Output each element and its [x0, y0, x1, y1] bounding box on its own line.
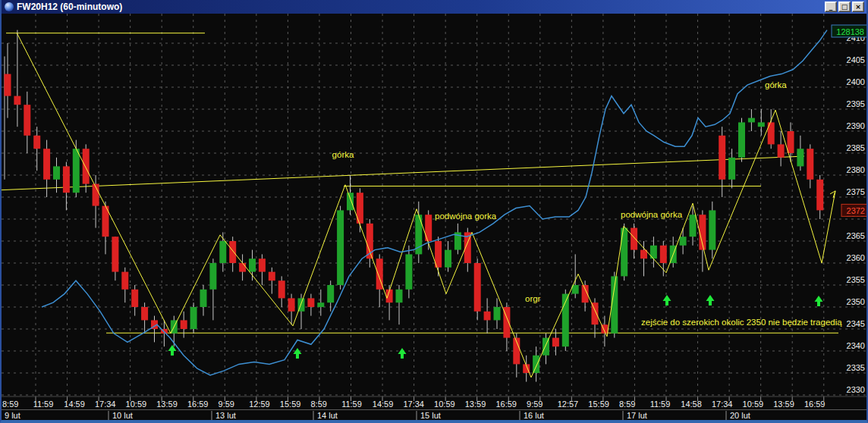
x-axis-time-label: 16:59	[495, 400, 517, 409]
candle-down	[269, 272, 275, 281]
candle-down	[278, 280, 285, 298]
y-axis-label: 2335	[847, 363, 865, 372]
y-axis-label: 2400	[847, 77, 865, 86]
price-chart[interactable]: górkapodwójna gorkapodwójna górkaorgrzej…	[2, 14, 866, 421]
x-axis-time-label: 17:34	[403, 400, 424, 409]
x-axis-time-label: 14:58	[681, 400, 702, 409]
candle-down	[719, 136, 725, 180]
window-titlebar[interactable]: FW20H12 (60-minutowo) _ □ ×	[2, 0, 866, 14]
x-axis-time-label: 9:59	[219, 400, 234, 409]
candle-up	[709, 210, 715, 249]
candle-down	[63, 166, 70, 193]
x-axis-date-label: 9 lut	[5, 411, 20, 420]
candle-down	[288, 298, 295, 311]
candle-up	[200, 290, 207, 307]
x-axis-time-label: 11:59	[33, 400, 54, 409]
window-title: FW20H12 (60-minutowo)	[17, 2, 825, 12]
candle-down	[484, 312, 491, 321]
candle-down	[121, 272, 128, 290]
x-axis-time-label: 13:59	[773, 400, 794, 409]
last-price-marker: 2372	[841, 204, 866, 216]
candle-up	[317, 302, 324, 307]
candle-up	[797, 149, 804, 166]
annotation-text: zejście do szerokich okolic 2350 nie będ…	[641, 318, 842, 327]
candle-down	[807, 149, 813, 180]
x-axis-time-label: 14:59	[64, 400, 85, 409]
candle-down	[592, 302, 599, 324]
candle-up	[396, 290, 403, 302]
x-axis-time-label: 17:34	[95, 400, 116, 409]
candle-down	[141, 307, 148, 320]
x-axis-time-label: 13:59	[156, 400, 178, 409]
top-value-marker: 128138	[832, 25, 866, 37]
annotation-text: górka	[765, 80, 787, 89]
candle-down	[660, 246, 667, 263]
y-axis-label: 2340	[847, 341, 865, 350]
maximize-button[interactable]: □	[838, 2, 851, 12]
y-axis-label: 2385	[847, 143, 865, 152]
candle-up	[337, 210, 344, 285]
candle-up	[53, 166, 60, 179]
x-axis-time-label: 11:59	[341, 400, 362, 409]
y-axis-label: 2405	[847, 55, 865, 64]
candle-down	[83, 149, 90, 183]
x-axis-date-label: 20 lut	[730, 411, 750, 420]
candle-up	[748, 118, 755, 123]
last-price-text: 2372	[847, 206, 865, 215]
candle-up	[327, 285, 334, 302]
x-axis-time-label: 8:59	[2, 400, 18, 409]
close-button[interactable]: ×	[852, 2, 864, 12]
candle-up	[690, 215, 697, 237]
candle-up	[405, 254, 412, 289]
candle-down	[24, 105, 30, 136]
chart-area: górkapodwójna gorkapodwójna górkaorgrzej…	[2, 14, 866, 421]
candle-down	[816, 180, 823, 211]
x-axis-time-label: 10:59	[434, 400, 455, 409]
x-axis-date-label: 13 lut	[215, 411, 236, 420]
minimize-button[interactable]: _	[825, 2, 837, 12]
x-axis-date-label: 10 lut	[112, 411, 133, 420]
x-axis-date-label: 16 lut	[524, 411, 544, 420]
candle-down	[474, 263, 481, 312]
candle-up	[758, 122, 765, 127]
candle-up	[621, 228, 627, 277]
candle-down	[552, 338, 559, 347]
candle-down	[14, 96, 20, 105]
candle-down	[181, 320, 187, 329]
candle-down	[131, 290, 138, 307]
y-axis-label: 2375	[847, 187, 865, 196]
candle-down	[631, 228, 637, 250]
annotation-text: górka	[332, 150, 354, 159]
x-axis-time-label: 16:59	[187, 400, 209, 409]
y-axis-label: 2380	[847, 165, 865, 174]
y-axis-label: 2360	[847, 253, 865, 262]
x-axis-time-label: 10:59	[126, 400, 147, 409]
y-axis-label: 2395	[847, 99, 865, 108]
x-axis-time-label: 13:59	[465, 400, 486, 409]
candle-down	[229, 241, 236, 263]
x-axis-date-label: 14 lut	[317, 411, 338, 420]
candle-down	[259, 258, 266, 271]
y-axis-label: 2355	[847, 275, 865, 284]
annotation-text: podwójna gorka	[435, 212, 497, 221]
y-axis-label: 2365	[847, 231, 865, 240]
y-axis-label: 2345	[847, 319, 865, 328]
x-axis-time-label: 11:59	[650, 400, 671, 409]
x-axis-time-label: 17:34	[712, 400, 733, 409]
x-axis-time-label: 8:59	[311, 400, 327, 409]
y-axis-label: 2390	[847, 121, 865, 130]
x-axis-time-label: 9:59	[527, 400, 542, 409]
candle-up	[209, 263, 216, 290]
x-axis-date-label: 15 lut	[420, 411, 441, 420]
candle-down	[778, 144, 785, 157]
x-axis-time-label: 12:59	[249, 400, 270, 409]
x-axis-time-label: 12:57	[558, 400, 579, 409]
candle-up	[738, 122, 745, 157]
candle-up	[73, 149, 80, 193]
value-box-text: 128138	[836, 27, 864, 36]
x-axis-time-label: 16:59	[804, 400, 826, 409]
y-axis-label: 2350	[847, 297, 865, 306]
x-axis-time-label: 14:59	[373, 400, 394, 409]
chart-window: FW20H12 (60-minutowo) _ □ × górkapodwójn…	[0, 0, 868, 423]
candle-up	[190, 307, 197, 329]
